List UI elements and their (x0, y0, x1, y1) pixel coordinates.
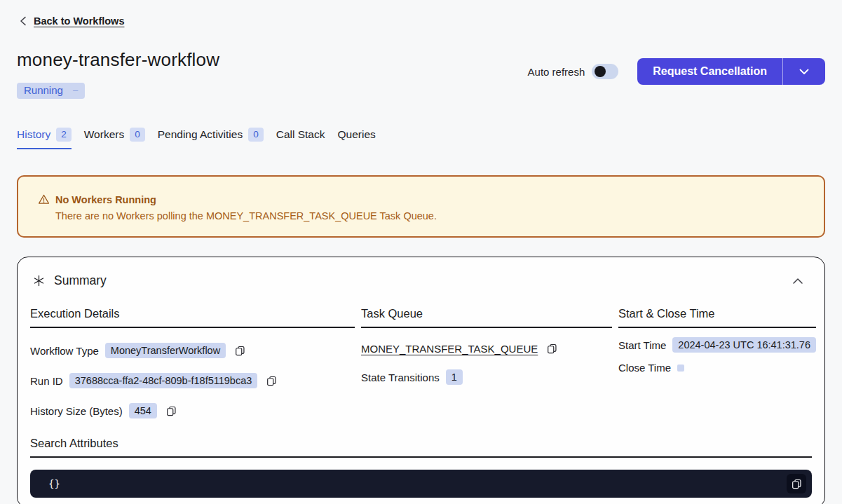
summary-title: Summary (54, 273, 107, 288)
status-label: Running (24, 84, 63, 96)
copy-code-button[interactable] (787, 474, 806, 493)
tab-queries[interactable]: Queries (337, 128, 375, 149)
state-transitions-label: State Transitions (361, 372, 440, 383)
tab-count-badge: 0 (248, 128, 264, 142)
section-heading: Execution Details (30, 307, 355, 328)
tab-workers[interactable]: Workers 0 (84, 128, 145, 149)
auto-refresh-toggle[interactable] (592, 64, 618, 79)
close-time-label: Close Time (618, 362, 671, 374)
warning-icon (38, 193, 50, 205)
toggle-knob (595, 66, 606, 77)
start-close-time-section: Start & Close Time Start Time 2024-04-23… (618, 307, 816, 418)
banner-title: No Workers Running (55, 194, 156, 205)
summary-card: Summary Execution Details Workflow Type … (17, 257, 825, 504)
page-header: money-transfer-workflow Running – Auto r… (0, 49, 842, 99)
copy-task-queue-button[interactable] (547, 343, 557, 354)
start-time-label: Start Time (618, 339, 666, 351)
start-time-value: 2024-04-23 UTC 16:41:31.76 (672, 337, 816, 353)
chevron-up-icon (792, 278, 803, 285)
close-time-empty-value (677, 365, 684, 372)
workflow-type-label: Workflow Type (30, 345, 99, 357)
collapse-summary-button[interactable] (789, 275, 806, 287)
tab-label: Queries (337, 128, 375, 141)
search-attributes-code: {} (30, 470, 812, 498)
tab-label: History (17, 128, 50, 141)
copy-workflow-type-button[interactable] (235, 346, 245, 356)
section-heading: Search Attributes (30, 437, 812, 458)
task-queue-link[interactable]: MONEY_TRANSFER_TASK_QUEUE (361, 343, 538, 355)
history-size-label: History Size (Bytes) (30, 405, 123, 417)
no-workers-banner: No Workers Running There are no Workers … (17, 175, 825, 238)
state-transitions-value: 1 (446, 369, 463, 385)
copy-icon (235, 346, 245, 356)
copy-icon (792, 479, 802, 489)
copy-icon (166, 406, 177, 416)
tab-label: Pending Activities (158, 128, 243, 141)
history-size-row: History Size (Bytes) 454 (30, 403, 355, 418)
tab-label: Workers (84, 128, 124, 141)
state-transitions-row: State Transitions 1 (361, 369, 612, 385)
copy-run-id-button[interactable] (266, 376, 277, 386)
chevron-left-icon (20, 16, 27, 26)
copy-icon (266, 376, 277, 386)
status-badge: Running – (17, 83, 85, 99)
back-to-workflows-link[interactable]: Back to Workflows (20, 15, 124, 27)
tab-label: Call Stack (276, 128, 325, 141)
workflow-type-row: Workflow Type MoneyTransferWorkflow (30, 343, 355, 358)
status-detail: – (73, 85, 78, 95)
history-size-value: 454 (129, 403, 157, 418)
task-queue-row: MONEY_TRANSFER_TASK_QUEUE (361, 343, 612, 355)
run-id-label: Run ID (30, 375, 63, 387)
search-attributes-section: Search Attributes {} (30, 437, 812, 498)
cancellation-split-button: Request Cancellation (637, 58, 825, 85)
tab-count-badge: 2 (56, 128, 72, 142)
start-time-row: Start Time 2024-04-23 UTC 16:41:31.76 (618, 337, 816, 353)
tab-pending-activities[interactable]: Pending Activities 0 (158, 128, 264, 149)
section-heading: Task Queue (361, 307, 612, 328)
run-id-value: 37688cca-ffa2-48cf-809b-f18f5119bca3 (69, 373, 258, 388)
workflow-type-value: MoneyTransferWorkflow (105, 343, 226, 358)
workflow-detail-page: Back to Workflows money-transfer-workflo… (0, 0, 842, 504)
task-queue-section: Task Queue MONEY_TRANSFER_TASK_QUEUE Sta… (361, 307, 612, 418)
chevron-down-icon (799, 69, 809, 75)
section-heading: Start & Close Time (618, 307, 816, 328)
asterisk-icon (33, 275, 45, 287)
cancellation-options-button[interactable] (783, 58, 825, 85)
copy-history-size-button[interactable] (166, 406, 177, 416)
auto-refresh-label: Auto refresh (528, 66, 585, 78)
tab-history[interactable]: History 2 (17, 128, 72, 149)
workflow-tabs: History 2 Workers 0 Pending Activities 0… (0, 128, 842, 149)
execution-details-section: Execution Details Workflow Type MoneyTra… (30, 307, 355, 418)
close-time-row: Close Time (618, 362, 816, 374)
tab-call-stack[interactable]: Call Stack (276, 128, 325, 149)
copy-icon (547, 343, 557, 354)
run-id-row: Run ID 37688cca-ffa2-48cf-809b-f18f5119b… (30, 373, 355, 388)
code-content: {} (48, 478, 60, 489)
page-title: money-transfer-workflow (17, 49, 219, 71)
request-cancellation-button[interactable]: Request Cancellation (637, 58, 783, 85)
back-link-label: Back to Workflows (34, 15, 124, 27)
banner-message: There are no Workers polling the MONEY_T… (55, 210, 804, 222)
tab-count-badge: 0 (130, 128, 145, 142)
